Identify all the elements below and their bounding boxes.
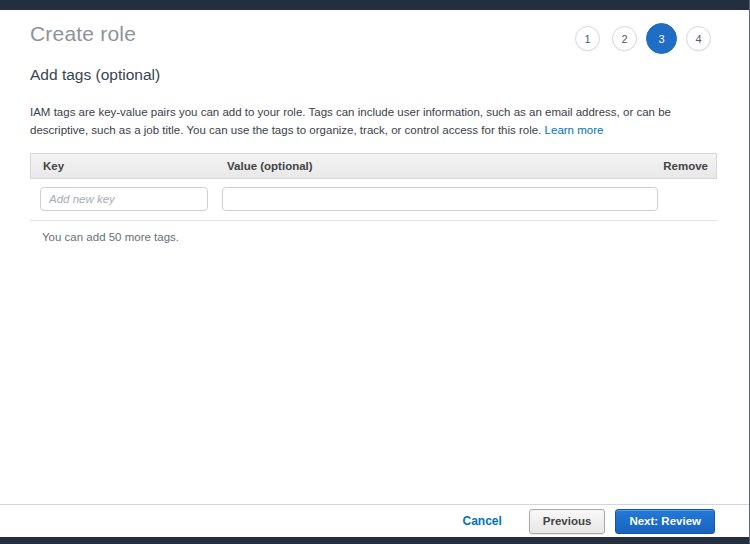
step-indicator-1: 1 [575,26,600,51]
column-header-value: Value (optional) [223,160,663,172]
create-role-wizard-page: Create role 1 2 3 4 Add tags (optional) … [0,0,750,544]
column-header-remove: Remove [663,160,716,172]
tags-table-header: Key Value (optional) Remove [30,153,717,179]
section-description: IAM tags are key-value pairs you can add… [30,103,716,140]
step-indicator-4: 4 [686,26,711,51]
wizard-header: Create role 1 2 3 4 [30,22,716,51]
step-indicator-2: 2 [612,26,637,51]
tags-table: Key Value (optional) Remove You can add … [30,153,717,243]
wizard-footer: Cancel Previous Next: Review [0,504,749,537]
learn-more-link[interactable]: Learn more [545,124,604,136]
cancel-link[interactable]: Cancel [462,514,501,528]
console-top-bar [0,0,749,10]
previous-button[interactable]: Previous [529,509,606,534]
wizard-content: Create role 1 2 3 4 Add tags (optional) … [0,10,749,504]
tag-value-input[interactable] [222,187,658,211]
page-title: Create role [30,22,136,46]
step-indicator: 1 2 3 4 [575,26,711,51]
column-header-key: Key [31,160,223,172]
tag-key-input[interactable] [40,187,208,211]
tags-remaining-note: You can add 50 more tags. [30,231,717,243]
new-tag-row [30,179,717,221]
console-bottom-bar [0,537,749,544]
step-indicator-3-active: 3 [646,23,677,54]
next-review-button[interactable]: Next: Review [615,509,715,534]
section-title: Add tags (optional) [30,66,716,84]
